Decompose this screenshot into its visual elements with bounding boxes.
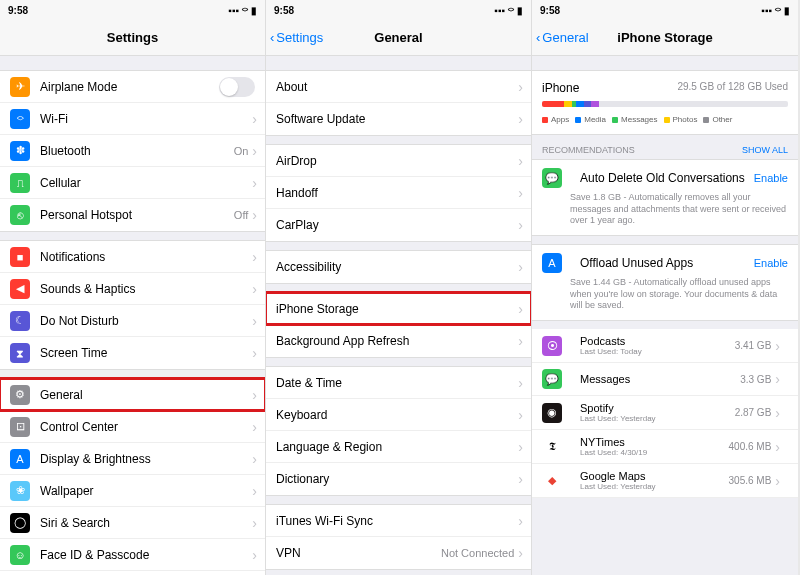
list-row[interactable]: Language & Region› xyxy=(266,431,531,463)
row-label: iTunes Wi-Fi Sync xyxy=(276,514,518,528)
list-row[interactable]: Handoff› xyxy=(266,177,531,209)
row-label: Wallpaper xyxy=(40,484,252,498)
row-label: Screen Time xyxy=(40,346,252,360)
list-row[interactable]: ADisplay & Brightness› xyxy=(0,443,265,475)
list-row[interactable]: ⌔Wi-Fi› xyxy=(0,103,265,135)
legend-item: Media xyxy=(575,115,606,124)
status-right: ▪▪▪ ⌔ ▮ xyxy=(494,5,523,16)
chevron-right-icon: › xyxy=(518,153,523,169)
app-size: 3.3 GB xyxy=(740,374,771,385)
app-size: 305.6 MB xyxy=(729,475,772,486)
chevron-right-icon: › xyxy=(518,513,523,529)
row-label: Siri & Search xyxy=(40,516,252,530)
list-row[interactable]: VPNNot Connected› xyxy=(266,537,531,569)
storage-summary: iPhone29.5 GB of 128 GB UsedAppsMediaMes… xyxy=(532,70,798,135)
row-label: VPN xyxy=(276,546,441,560)
enable-link[interactable]: Enable xyxy=(754,257,788,269)
app-row[interactable]: ◆Google MapsLast Used: Yesterday305.6 MB… xyxy=(532,464,798,498)
list-row[interactable]: ⧗Screen Time› xyxy=(0,337,265,369)
row-value: Off xyxy=(234,209,248,221)
row-label: Handoff xyxy=(276,186,518,200)
chevron-right-icon: › xyxy=(775,405,780,421)
recommendation-desc: Save 1.44 GB - Automatically offload unu… xyxy=(542,277,788,312)
list-row[interactable]: ◀Sounds & Haptics› xyxy=(0,273,265,305)
list-row[interactable]: Date & Time› xyxy=(266,367,531,399)
row-label: Language & Region xyxy=(276,440,518,454)
chevron-right-icon: › xyxy=(252,547,257,563)
recommendation-desc: Save 1.8 GB - Automatically removes all … xyxy=(542,192,788,227)
list-row[interactable]: iPhone Storage› xyxy=(266,293,531,325)
chevron-right-icon: › xyxy=(252,207,257,223)
settings-content[interactable]: ✈Airplane Mode⌔Wi-Fi›✽BluetoothOn›⎍Cellu… xyxy=(0,56,265,575)
nav-bar: ‹ General iPhone Storage xyxy=(532,20,798,56)
app-last-used: Last Used: Yesterday xyxy=(580,414,735,423)
general-content[interactable]: About›Software Update›AirDrop›Handoff›Ca… xyxy=(266,56,531,575)
recommendation-card: AOffload Unused AppsEnableSave 1.44 GB -… xyxy=(532,244,798,321)
row-label: Bluetooth xyxy=(40,144,234,158)
list-row[interactable]: ⚙General› xyxy=(0,379,265,411)
row-icon: ◀ xyxy=(10,279,30,299)
recommendation-card: 💬Auto Delete Old ConversationsEnableSave… xyxy=(532,159,798,236)
list-row[interactable]: ◯Siri & Search› xyxy=(0,507,265,539)
legend-item: Other xyxy=(703,115,732,124)
app-icon: ◆ xyxy=(542,471,562,491)
list-row[interactable]: ✽BluetoothOn› xyxy=(0,135,265,167)
list-row[interactable]: ✈Airplane Mode xyxy=(0,71,265,103)
app-size: 2.87 GB xyxy=(735,407,772,418)
row-label: Sounds & Haptics xyxy=(40,282,252,296)
settings-group: ■Notifications›◀Sounds & Haptics›☾Do Not… xyxy=(0,240,265,370)
row-label: Display & Brightness xyxy=(40,452,252,466)
enable-link[interactable]: Enable xyxy=(754,172,788,184)
list-row[interactable]: Software Update› xyxy=(266,103,531,135)
list-row[interactable]: About› xyxy=(266,71,531,103)
row-icon: ◯ xyxy=(10,513,30,533)
app-icon: 💬 xyxy=(542,369,562,389)
app-row[interactable]: 𝕿NYTimesLast Used: 4/30/19400.6 MB› xyxy=(532,430,798,464)
storage-content[interactable]: iPhone29.5 GB of 128 GB UsedAppsMediaMes… xyxy=(532,56,798,575)
status-bar: 9:58 ▪▪▪ ⌔ ▮ xyxy=(532,0,798,20)
signal-icon: ▪▪▪ xyxy=(494,5,505,16)
app-row[interactable]: 💬Messages3.3 GB› xyxy=(532,363,798,396)
show-all-link[interactable]: SHOW ALL xyxy=(742,145,788,155)
list-row[interactable]: Dictionary› xyxy=(266,463,531,495)
list-row[interactable]: Keyboard› xyxy=(266,399,531,431)
row-value: Not Connected xyxy=(441,547,514,559)
storage-bar xyxy=(542,101,788,107)
list-row[interactable]: ⎋Personal HotspotOff› xyxy=(0,199,265,231)
status-bar: 9:58 ▪▪▪ ⌔ ▮ xyxy=(266,0,531,20)
list-row[interactable]: ☺Face ID & Passcode› xyxy=(0,539,265,571)
chevron-right-icon: › xyxy=(252,515,257,531)
chevron-right-icon: › xyxy=(775,473,780,489)
app-info: NYTimesLast Used: 4/30/19 xyxy=(580,436,729,457)
row-icon: ✈ xyxy=(10,77,30,97)
row-label: AirDrop xyxy=(276,154,518,168)
row-label: Software Update xyxy=(276,112,518,126)
back-button[interactable]: ‹ Settings xyxy=(266,30,323,45)
list-row[interactable]: iTunes Wi-Fi Sync› xyxy=(266,505,531,537)
wifi-icon: ⌔ xyxy=(508,5,514,16)
list-row[interactable]: ■Notifications› xyxy=(0,241,265,273)
settings-screen: 9:58 ▪▪▪ ⌔ ▮ Settings ✈Airplane Mode⌔Wi-… xyxy=(0,0,266,575)
app-row[interactable]: ◉SpotifyLast Used: Yesterday2.87 GB› xyxy=(532,396,798,430)
chevron-right-icon: › xyxy=(252,313,257,329)
list-row[interactable]: ☾Do Not Disturb› xyxy=(0,305,265,337)
device-name: iPhone xyxy=(542,81,579,95)
chevron-right-icon: › xyxy=(775,371,780,387)
general-screen: 9:58 ▪▪▪ ⌔ ▮ ‹ Settings General About›So… xyxy=(266,0,532,575)
list-row[interactable]: Accessibility› xyxy=(266,251,531,283)
status-time: 9:58 xyxy=(274,5,294,16)
toggle[interactable] xyxy=(219,77,255,97)
chevron-right-icon: › xyxy=(518,111,523,127)
list-row[interactable]: CarPlay› xyxy=(266,209,531,241)
back-button[interactable]: ‹ General xyxy=(532,30,589,45)
row-label: About xyxy=(276,80,518,94)
settings-group: Accessibility› xyxy=(266,250,531,284)
app-row[interactable]: ⦿PodcastsLast Used: Today3.41 GB› xyxy=(532,329,798,363)
list-row[interactable]: AirDrop› xyxy=(266,145,531,177)
list-row[interactable]: ⎍Cellular› xyxy=(0,167,265,199)
list-row[interactable]: ❀Wallpaper› xyxy=(0,475,265,507)
list-row[interactable]: ⊡Control Center› xyxy=(0,411,265,443)
list-row[interactable]: SOSEmergency SOS› xyxy=(0,571,265,575)
legend-item: Apps xyxy=(542,115,569,124)
list-row[interactable]: Background App Refresh› xyxy=(266,325,531,357)
